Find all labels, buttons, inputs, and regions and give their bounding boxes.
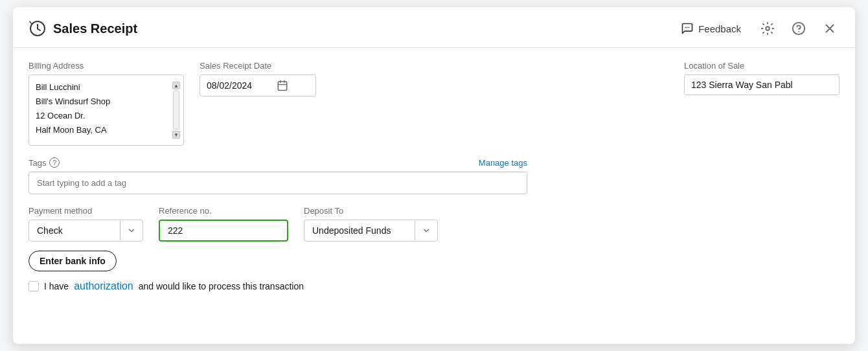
gear-icon [760, 21, 775, 36]
manage-tags-link[interactable]: Manage tags [479, 158, 527, 168]
enter-bank-info-row: Enter bank info [29, 251, 839, 271]
payment-method-label: Payment method [29, 206, 143, 216]
authorization-link[interactable]: authorization [74, 280, 133, 292]
help-circle-icon[interactable]: ? [49, 157, 60, 168]
address-line-4: Half Moon Bay, CA [36, 123, 172, 137]
calendar-icon[interactable] [277, 80, 288, 91]
address-line-2: Bill's Windsurf Shop [36, 95, 172, 109]
svg-point-6 [798, 31, 799, 32]
chat-icon [681, 22, 694, 35]
location-input[interactable] [684, 74, 839, 95]
deposit-to-value: Undeposited Funds [304, 220, 415, 241]
scroll-track [173, 91, 179, 130]
reference-no-group: Reference no. [159, 206, 288, 242]
modal-body: Billing Address Bill Lucchini Bill's Win… [13, 48, 855, 308]
tags-label-left: Tags ? [29, 157, 60, 168]
deposit-to-label: Deposit To [304, 206, 438, 216]
top-form-row: Billing Address Bill Lucchini Bill's Win… [29, 61, 839, 146]
location-of-sale-group: Location of Sale [684, 61, 839, 95]
sales-receipt-date-group: Sales Receipt Date [200, 61, 316, 96]
chevron-down-icon-deposit [422, 226, 431, 235]
payment-method-value: Check [29, 220, 120, 241]
date-input-wrapper[interactable] [200, 74, 316, 96]
svg-point-3 [689, 27, 690, 28]
modal-title: Sales Receipt [53, 21, 137, 36]
svg-point-2 [687, 27, 688, 28]
chevron-down-icon [127, 226, 136, 235]
address-line-3: 12 Ocean Dr. [36, 109, 172, 123]
auth-text-prefix: I have [44, 281, 69, 291]
authorization-row: I have authorization and would like to p… [29, 280, 839, 292]
enter-bank-info-button[interactable]: Enter bank info [29, 251, 117, 271]
feedback-label: Feedback [698, 23, 741, 34]
help-button[interactable] [789, 19, 808, 38]
reference-no-label: Reference no. [159, 206, 288, 216]
billing-address-group: Billing Address Bill Lucchini Bill's Win… [29, 61, 184, 146]
payment-method-select[interactable]: Check [29, 220, 143, 242]
clock-icon [29, 19, 47, 38]
billing-address-scrollbar: ▲ ▼ [172, 80, 181, 140]
authorization-checkbox[interactable] [29, 281, 39, 291]
scroll-down-arrow[interactable]: ▼ [172, 131, 180, 139]
modal-title-area: Sales Receipt [29, 19, 137, 38]
question-icon [792, 21, 806, 36]
settings-button[interactable] [758, 19, 777, 38]
location-of-sale-label: Location of Sale [684, 61, 839, 71]
sales-receipt-modal: Sales Receipt Feedback [13, 7, 855, 344]
payment-method-dropdown-btn[interactable] [120, 221, 143, 240]
svg-point-1 [685, 27, 687, 28]
billing-address-label: Billing Address [29, 61, 184, 71]
tags-section: Tags ? Manage tags [29, 157, 839, 194]
payment-row: Payment method Check Reference no. [29, 206, 839, 242]
close-icon [823, 21, 837, 36]
billing-address-content: Bill Lucchini Bill's Windsurf Shop 12 Oc… [36, 80, 172, 140]
reference-no-input[interactable] [159, 220, 288, 242]
deposit-to-select[interactable]: Undeposited Funds [304, 220, 438, 242]
deposit-to-dropdown-btn[interactable] [415, 221, 437, 240]
deposit-to-group: Deposit To Undeposited Funds [304, 206, 438, 242]
tags-label-row: Tags ? Manage tags [29, 157, 527, 168]
sales-receipt-date-label: Sales Receipt Date [200, 61, 316, 71]
billing-address-box[interactable]: Bill Lucchini Bill's Windsurf Shop 12 Oc… [29, 74, 184, 146]
payment-method-group: Payment method Check [29, 206, 143, 242]
tags-input[interactable] [29, 172, 527, 194]
tags-label: Tags [29, 158, 46, 168]
svg-point-4 [766, 27, 770, 30]
feedback-button[interactable]: Feedback [676, 19, 746, 38]
auth-text-suffix: and would like to process this transacti… [139, 281, 304, 291]
scroll-up-arrow[interactable]: ▲ [172, 82, 180, 89]
close-button[interactable] [820, 19, 839, 38]
address-line-1: Bill Lucchini [36, 80, 172, 95]
date-input[interactable] [207, 80, 271, 91]
svg-rect-7 [278, 82, 287, 91]
modal-header: Sales Receipt Feedback [13, 7, 855, 48]
modal-actions: Feedback [676, 19, 839, 38]
